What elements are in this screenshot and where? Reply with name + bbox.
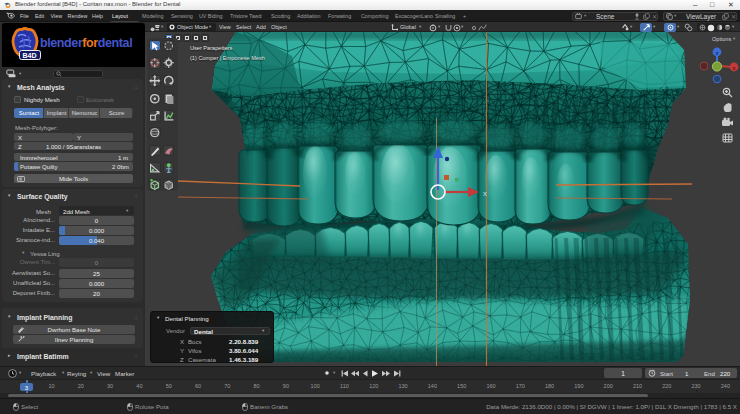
svg-text:x: x	[733, 65, 736, 71]
svg-text:x: x	[483, 189, 487, 198]
svg-text:z: z	[716, 50, 719, 56]
